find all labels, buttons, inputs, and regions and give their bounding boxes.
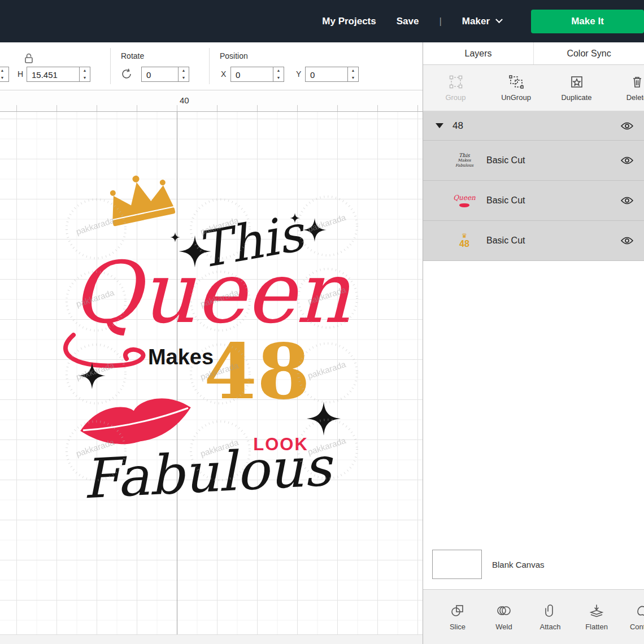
slice-icon xyxy=(450,603,465,618)
layer-group-name: 48 xyxy=(452,120,463,132)
height-input[interactable]: 15.451 ▲▼ xyxy=(27,67,90,82)
watermark-text: pakkarada xyxy=(75,215,115,237)
flatten-icon xyxy=(589,603,604,618)
edit-toolbar: ▲▼ H 15.451 ▲▼ Rotate 0 ▲▼ Position X 0 … xyxy=(0,42,423,90)
position-y-input[interactable]: 0 ▲▼ xyxy=(305,67,359,82)
layer-label: Basic Cut xyxy=(486,236,525,246)
position-x-stepper[interactable]: ▲▼ xyxy=(273,67,284,81)
duplicate-label: Duplicate xyxy=(561,93,591,102)
rotate-input[interactable]: 0 ▲▼ xyxy=(141,67,189,82)
eye-icon xyxy=(620,156,634,165)
height-label: H xyxy=(18,69,23,79)
layers-panel: Layers Color Sync Group UnGroup xyxy=(423,42,644,644)
rotate-value: 0 xyxy=(142,67,178,81)
width-stepper[interactable]: ▲▼ xyxy=(0,67,9,82)
layer-row[interactable]: Queen Basic Cut xyxy=(423,181,644,221)
visibility-toggle[interactable] xyxy=(620,236,634,245)
delete-icon xyxy=(629,75,644,89)
blank-canvas-row: Blank Canvas xyxy=(432,550,545,579)
thumb-text: Makes xyxy=(458,158,471,163)
tab-color-sync[interactable]: Color Sync xyxy=(534,42,644,64)
watermark-text: pakkarada xyxy=(306,212,347,234)
weld-icon xyxy=(496,603,512,618)
layer-row[interactable]: This Makes Fabulous Basic Cut xyxy=(423,141,644,181)
design-artwork[interactable]: This Queen Makes 48 LOOK Fabulous xyxy=(34,168,407,530)
app-header: My Projects Save | Maker Make It xyxy=(0,0,644,42)
thumb-text: Queen xyxy=(453,194,476,202)
layer-group-header[interactable]: 48 xyxy=(423,111,644,141)
rotate-label: Rotate xyxy=(121,51,144,60)
save-link[interactable]: Save xyxy=(397,16,419,27)
contour-icon xyxy=(635,603,644,618)
my-projects-link[interactable]: My Projects xyxy=(322,16,376,27)
layer-label: Basic Cut xyxy=(486,195,525,206)
toolbar-divider xyxy=(209,48,210,84)
ungroup-label: UnGroup xyxy=(501,93,531,102)
canvas-column: ▲▼ H 15.451 ▲▼ Rotate 0 ▲▼ Position X 0 … xyxy=(0,42,423,644)
toolbar-divider xyxy=(110,48,111,84)
visibility-toggle[interactable] xyxy=(620,156,634,165)
layer-thumbnail: Queen xyxy=(451,188,477,214)
ruler-mark-40: 40 xyxy=(180,95,189,105)
machine-selector[interactable]: Maker xyxy=(462,16,502,27)
attach-icon xyxy=(542,603,558,618)
position-y-stepper[interactable]: ▲▼ xyxy=(347,67,358,81)
make-it-button[interactable]: Make It xyxy=(531,10,644,33)
eye-icon xyxy=(620,121,634,130)
position-x-label: X xyxy=(221,69,226,79)
panel-tabs: Layers Color Sync xyxy=(423,42,644,65)
height-stepper[interactable]: ▲▼ xyxy=(79,67,90,81)
flatten-button[interactable]: Flatten xyxy=(573,590,620,644)
position-x-value: 0 xyxy=(231,67,273,81)
thumb-text: Fabulous xyxy=(455,163,473,168)
header-separator: | xyxy=(439,16,441,27)
horizontal-ruler: 40 xyxy=(0,90,423,112)
thumb-text: This xyxy=(459,153,469,158)
flatten-label: Flatten xyxy=(585,623,608,631)
rotate-icon[interactable] xyxy=(120,67,133,81)
thumb-lips-icon xyxy=(459,203,469,207)
chevron-down-icon xyxy=(495,16,503,23)
thumb-text: 48 xyxy=(459,239,469,249)
ungroup-icon xyxy=(508,75,524,89)
height-value: 15.451 xyxy=(27,67,79,81)
tab-layers[interactable]: Layers xyxy=(423,42,534,64)
layer-row[interactable]: ♛ 48 Basic Cut xyxy=(423,221,644,261)
visibility-toggle[interactable] xyxy=(620,121,634,130)
eye-icon xyxy=(620,196,634,205)
duplicate-button[interactable]: Duplicate xyxy=(546,65,607,111)
rotate-stepper[interactable]: ▲▼ xyxy=(178,67,189,81)
expand-caret-icon[interactable] xyxy=(436,123,443,128)
blank-canvas-label: Blank Canvas xyxy=(492,560,545,569)
attach-button[interactable]: Attach xyxy=(527,590,573,644)
contour-button[interactable]: Contour xyxy=(620,590,644,644)
group-icon xyxy=(448,75,464,89)
eye-icon xyxy=(620,236,634,245)
attach-label: Attach xyxy=(540,623,561,631)
layers-actions-bar: Group UnGroup Duplicate Delete xyxy=(423,65,644,111)
design-canvas[interactable]: This Queen Makes 48 LOOK Fabulous xyxy=(0,112,423,644)
machine-label: Maker xyxy=(462,16,490,27)
weld-button[interactable]: Weld xyxy=(481,590,527,644)
contour-label: Contour xyxy=(630,623,644,631)
lock-icon[interactable] xyxy=(24,53,34,64)
layer-thumbnail: This Makes Fabulous xyxy=(451,147,477,173)
blank-canvas-swatch[interactable] xyxy=(432,550,482,579)
watermark-text: pakkarada xyxy=(306,359,347,381)
position-x-input[interactable]: 0 ▲▼ xyxy=(230,67,284,82)
horizontal-scrollbar[interactable] xyxy=(0,634,423,644)
thumb-crown-icon: ♛ xyxy=(462,233,467,239)
group-label: Group xyxy=(445,93,465,102)
position-label: Position xyxy=(220,51,248,60)
visibility-toggle[interactable] xyxy=(620,196,634,205)
layer-label: Basic Cut xyxy=(486,155,525,166)
slice-button[interactable]: Slice xyxy=(434,590,481,644)
position-y-label: Y xyxy=(296,69,301,79)
group-button[interactable]: Group xyxy=(425,65,486,111)
delete-label: Delete xyxy=(626,93,644,102)
delete-button[interactable]: Delete xyxy=(607,65,644,111)
ungroup-button[interactable]: UnGroup xyxy=(486,65,546,111)
layers-bottom-bar: Slice Weld Attach Flatten xyxy=(423,589,644,644)
layers-list: 48 This Makes Fabulous Basic Cut xyxy=(423,111,644,261)
slice-label: Slice xyxy=(450,623,465,631)
